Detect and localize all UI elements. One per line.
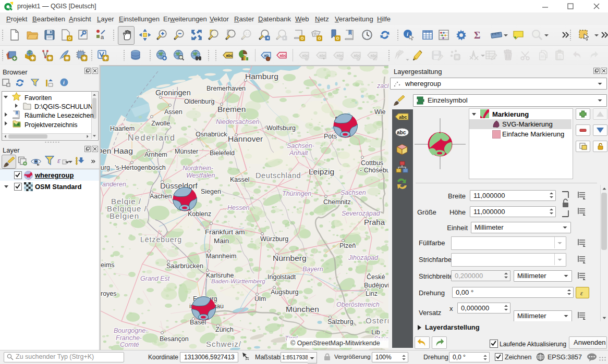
svg-text:Koblenz: Koblenz — [188, 210, 211, 218]
svg-text:abc: abc — [226, 53, 233, 58]
svg-text:anderen: anderen — [102, 181, 126, 188]
svg-text:Zwolle: Zwolle — [151, 120, 170, 127]
svg-text:Jihozápad: Jihozápad — [348, 254, 379, 261]
svg-text:Kassel: Kassel — [230, 176, 250, 183]
svg-text:Cottbus: Cottbus — [361, 159, 383, 167]
svg-text:Anhalt: Anhalt — [289, 149, 308, 157]
svg-text:ε: ε — [580, 290, 583, 297]
svg-text:Hannover: Hannover — [228, 134, 263, 143]
svg-text:Oldenburg: Oldenburg — [184, 98, 214, 105]
svg-text:Frankfurt am: Frankfurt am — [205, 228, 245, 236]
svg-text:Belgien: Belgien — [110, 211, 139, 220]
svg-text:Praha: Praha — [364, 218, 385, 227]
svg-text:i: i — [63, 80, 65, 85]
svg-text:Siegen: Siegen — [201, 188, 221, 195]
svg-text:royes: royes — [101, 290, 117, 297]
svg-text:Pots: Pots — [324, 133, 337, 140]
svg-text:a: a — [101, 34, 104, 40]
svg-text:Bremerhaven: Bremerhaven — [206, 85, 246, 92]
svg-text:Severozápad: Severozápad — [342, 210, 381, 217]
svg-text:Bremen: Bremen — [217, 105, 246, 114]
svg-text:Salzburg: Salzburg — [327, 318, 353, 325]
svg-text:Hessen: Hessen — [227, 204, 249, 211]
svg-text:Augsburg: Augsburg — [271, 288, 299, 296]
svg-text:Österr: Österr — [366, 316, 388, 325]
svg-text:Oberösterreich: Oberösterreich — [336, 301, 380, 308]
svg-text:Lëtzebuerg: Lëtzebuerg — [140, 235, 182, 244]
svg-text:Budějovice: Budějovice — [364, 282, 388, 289]
svg-text:Münster: Münster — [175, 148, 198, 155]
svg-text:Bielefeld: Bielefeld — [210, 149, 235, 157]
svg-text:Wie: Wie — [374, 108, 386, 116]
svg-text:Thüringen: Thüringen — [282, 190, 311, 197]
svg-text:© OpenStreetMap-Mitwirkende: © OpenStreetMap-Mitwirkende — [290, 340, 380, 347]
svg-text:Nürnberg: Nürnberg — [273, 254, 307, 262]
svg-text:Den Haag: Den Haag — [101, 146, 133, 155]
svg-text:Würzburg: Würzburg — [260, 235, 288, 243]
svg-text:Leipzig: Leipzig — [309, 167, 334, 176]
svg-text:Linz: Linz — [366, 290, 378, 297]
svg-text:Schweiz/: Schweiz/ — [206, 340, 241, 348]
svg-text:Σ: Σ — [474, 30, 480, 41]
svg-text:Grand Est: Grand Est — [140, 275, 170, 282]
svg-text:1:1: 1:1 — [245, 32, 250, 35]
svg-text:Ulm: Ulm — [254, 295, 266, 303]
svg-text:Haarlem: Haarlem — [110, 125, 135, 132]
svg-text:abc: abc — [280, 53, 287, 58]
svg-text:Arnhem: Arnhem — [144, 151, 167, 158]
svg-text:Nederland: Nederland — [128, 133, 176, 142]
svg-text:zach: zach — [376, 82, 388, 90]
svg-text:Osnabrück: Osnabrück — [196, 131, 227, 138]
svg-text:Mannheim: Mannheim — [206, 253, 236, 260]
svg-text:Lib: Lib — [371, 329, 380, 336]
svg-text:abc: abc — [397, 130, 406, 135]
svg-text:Main: Main — [214, 237, 229, 245]
svg-text:Sachsen-: Sachsen- — [287, 142, 314, 149]
svg-text:Ingolstadt: Ingolstadt — [267, 273, 296, 281]
svg-text:Groningen: Groningen — [155, 89, 191, 97]
svg-text:Aachen: Aachen — [150, 193, 172, 200]
svg-text:Sachsen: Sachsen — [341, 189, 366, 196]
svg-text:Bayern: Bayern — [302, 266, 323, 273]
svg-text:Bourgogne-: Bourgogne- — [114, 327, 148, 334]
svg-text:Hamburg: Hamburg — [245, 72, 278, 81]
svg-text:ε: ε — [57, 156, 60, 165]
svg-text:Saarbrücken: Saarbrücken — [166, 262, 203, 270]
svg-text:Zürich: Zürich — [215, 326, 234, 333]
svg-text:Assen: Assen — [164, 108, 183, 116]
svg-text:abc: abc — [302, 53, 309, 58]
svg-text:Besançon: Besançon — [160, 335, 189, 343]
svg-text:- Chóśebuz: - Chóśebuz — [360, 167, 388, 174]
svg-text:Nordrhein-: Nordrhein- — [183, 165, 213, 172]
svg-text:České: České — [367, 273, 385, 281]
svg-text:Plzeň: Plzeň — [339, 242, 356, 249]
svg-text:Niedersachsen: Niedersachsen — [216, 118, 259, 125]
svg-text:abc: abc — [320, 53, 326, 58]
svg-text:'s-Hertogenbosch: 's-Hertogenbosch — [115, 164, 166, 171]
svg-text:eims: eims — [101, 261, 114, 269]
svg-text:Chemnitz: Chemnitz — [323, 198, 351, 206]
svg-text:Westfalen: Westfalen — [186, 172, 215, 179]
svg-text:Baden-Württemberg: Baden-Württemberg — [211, 278, 265, 284]
svg-text:urg: urg — [101, 164, 110, 171]
svg-text:Wolfsburg: Wolfsburg — [266, 124, 296, 132]
svg-text:Franche-: Franche- — [116, 334, 142, 342]
svg-text:München: München — [286, 305, 319, 313]
svg-text:Deutschland: Deutschland — [256, 171, 301, 180]
svg-text:Comté: Comté — [120, 341, 139, 348]
svg-text:abc: abc — [399, 115, 407, 120]
